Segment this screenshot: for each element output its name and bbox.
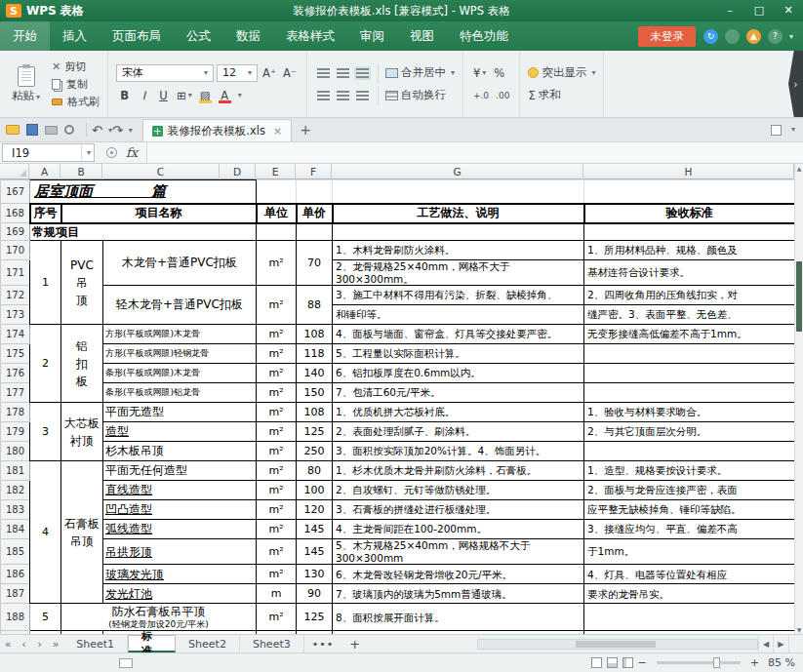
cell[interactable]: 条形(平板或网眼)铝龙骨 — [103, 383, 257, 403]
undo-icon[interactable]: ↶ — [92, 123, 102, 138]
cell[interactable]: 3、石膏板的拼缝处进行板缝处理。 — [333, 500, 584, 520]
cell[interactable]: 平面无任何造型 — [103, 461, 257, 481]
sheet-tab-sheet3[interactable]: Sheet3 — [240, 635, 304, 652]
italic-button[interactable]: I — [136, 87, 152, 103]
cell[interactable] — [257, 223, 297, 241]
cell[interactable]: 2、自攻螺钉、元钉等做防锈处理。 — [333, 481, 584, 500]
cell[interactable]: 4、灯具、电器等位置处有相应 — [584, 565, 795, 584]
prev-sheet-button[interactable]: ‹ — [16, 635, 31, 652]
column-header[interactable]: B — [60, 164, 102, 179]
cell[interactable]: 1、验收与材料要求吻合。 — [584, 403, 795, 422]
redo-icon[interactable]: ↷ — [112, 123, 123, 138]
cell[interactable]: m² — [257, 241, 297, 286]
cell[interactable]: 2、龙骨规格25×40mm，网格不大于300×300mm。 — [333, 260, 584, 286]
cell[interactable]: 基材连符合设计要求。 — [584, 260, 795, 286]
zoom-level[interactable]: 85 % — [764, 656, 795, 669]
cell[interactable] — [584, 364, 795, 383]
cell[interactable]: m — [257, 584, 297, 604]
align-center-icon[interactable] — [337, 91, 349, 100]
scroll-up-icon[interactable]: ▲ — [795, 165, 803, 172]
sum-button[interactable]: Σ 求和 — [528, 88, 560, 102]
print-icon[interactable] — [45, 126, 58, 135]
cell[interactable]: 要求的龙骨吊实。 — [584, 584, 795, 604]
cell[interactable]: 90 — [297, 584, 333, 604]
horizontal-scrollbar-thumb[interactable] — [576, 641, 656, 648]
font-size-select[interactable]: 12▾ — [217, 64, 258, 82]
cell[interactable]: m² — [257, 383, 297, 403]
new-document-tab-button[interactable]: + — [300, 122, 311, 138]
percent-format-button[interactable]: % — [491, 64, 507, 81]
vertical-scrollbar[interactable]: ▲ ▼ — [794, 164, 803, 634]
column-header[interactable]: E — [256, 164, 296, 179]
login-button[interactable]: 未登录 — [638, 26, 696, 47]
row-header[interactable]: 183 — [1, 500, 30, 520]
row-header[interactable]: 168 — [1, 204, 30, 223]
normal-view-icon[interactable] — [591, 657, 602, 668]
cell[interactable]: m² — [257, 403, 297, 422]
cell[interactable] — [257, 180, 297, 204]
ribbon-options-caret-icon[interactable]: ▾ — [789, 32, 793, 41]
page-layout-view-icon[interactable] — [607, 657, 618, 668]
align-right-icon[interactable] — [356, 91, 369, 100]
cell[interactable] — [297, 180, 333, 204]
cell[interactable]: m² — [257, 286, 297, 325]
tab-view[interactable]: 视图 — [397, 21, 447, 51]
column-header[interactable]: A — [29, 164, 60, 179]
cell[interactable]: 145 — [297, 539, 333, 565]
tab-table-style[interactable]: 表格样式 — [273, 21, 347, 51]
row-header[interactable]: 179 — [1, 422, 30, 442]
split-handle[interactable] — [788, 635, 803, 652]
cell[interactable]: 2、表面处理刮腻子、刷涂料。 — [333, 422, 584, 442]
cell[interactable]: 应平整无缺棱掉角、锤印等缺陷。 — [584, 500, 795, 520]
cell[interactable]: 单价 — [297, 204, 333, 223]
row-header[interactable]: 178 — [1, 403, 30, 422]
row-header[interactable]: 187 — [1, 584, 30, 604]
help-icon[interactable]: ? — [768, 29, 783, 44]
cell[interactable] — [584, 223, 795, 241]
more-sheets-button[interactable]: ••• — [304, 635, 341, 652]
cell[interactable]: 2、四周收角用的压角线扣实，对 — [584, 286, 795, 305]
tab-special-features[interactable]: 特色功能 — [447, 21, 521, 51]
increase-decimal-button[interactable]: +.0 — [471, 87, 491, 103]
decrease-decimal-button[interactable]: .00 — [494, 87, 511, 103]
cell[interactable]: 120 — [297, 500, 333, 520]
close-document-icon[interactable]: × — [273, 125, 282, 138]
align-bottom-icon[interactable] — [356, 68, 369, 78]
merge-center-button[interactable]: 合并居中▾ — [385, 65, 455, 80]
align-top-icon[interactable] — [317, 68, 330, 78]
vertical-scrollbar-thumb[interactable] — [796, 261, 802, 332]
sheet-tab-biaozhun[interactable]: 标准 — [128, 635, 176, 652]
cell[interactable]: 130 — [297, 565, 333, 584]
zoom-out-button[interactable]: − — [638, 656, 647, 669]
cell[interactable]: 125 — [297, 422, 333, 442]
zoom-slider[interactable] — [657, 661, 741, 664]
cell[interactable]: 8、面积按展开面计算。 — [333, 604, 584, 631]
tab-data[interactable]: 数据 — [223, 21, 273, 51]
sheet-tab-sheet1[interactable]: Sheet1 — [63, 635, 128, 652]
copy-button[interactable]: 复制 — [52, 77, 100, 92]
row-header[interactable]: 175 — [1, 344, 30, 364]
last-sheet-button[interactable]: » — [48, 635, 63, 652]
cell[interactable]: 3 — [30, 403, 61, 461]
cell[interactable]: 玻璃发光顶 — [103, 565, 257, 584]
cell[interactable]: 6、木龙骨改轻钢龙骨增收20元/平米。 — [333, 565, 584, 584]
cell[interactable]: 1、造型、规格要按设计要求。 — [584, 461, 795, 481]
first-sheet-button[interactable]: « — [0, 635, 16, 652]
cell[interactable]: 3、接缝应均匀、平直、偏差不高 — [584, 520, 795, 539]
scroll-left-icon[interactable]: ◀ — [758, 635, 773, 652]
tab-home[interactable]: 开始 — [0, 21, 50, 51]
horizontal-scrollbar[interactable] — [477, 639, 758, 650]
cell[interactable]: 大芯板 衬顶 — [61, 403, 103, 461]
cell[interactable]: 发光灯池 — [103, 584, 257, 604]
row-header[interactable]: 186 — [1, 565, 30, 584]
collapse-panel-toggle[interactable]: › — [788, 51, 803, 117]
cell[interactable] — [297, 223, 333, 241]
cell[interactable]: 108 — [297, 403, 333, 422]
cell[interactable]: 防水石膏板吊平顶(轻钢龙骨加设20元/平米) — [61, 604, 257, 631]
cell[interactable]: 5、工程量以实际面积计算。 — [333, 344, 584, 364]
column-header[interactable]: D — [220, 164, 256, 179]
row-header[interactable]: 185 — [1, 539, 30, 565]
wrap-text-button[interactable]: 自动换行 — [385, 88, 446, 102]
row-header[interactable]: 176 — [1, 364, 30, 383]
add-sheet-button[interactable]: + — [341, 635, 368, 652]
